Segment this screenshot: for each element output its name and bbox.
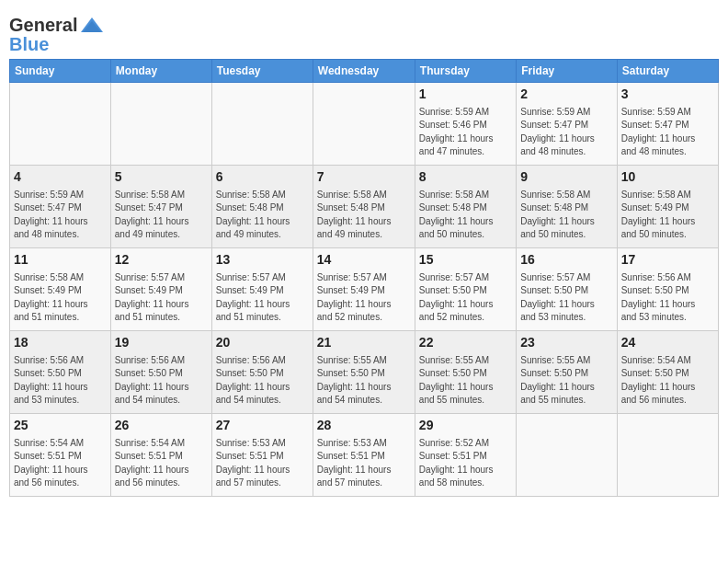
day-cell: 6Sunrise: 5:58 AM Sunset: 5:48 PM Daylig… — [211, 166, 313, 248]
day-info: Sunrise: 5:58 AM Sunset: 5:48 PM Dayligh… — [317, 189, 411, 242]
day-number: 26 — [115, 417, 208, 435]
day-cell: 27Sunrise: 5:53 AM Sunset: 5:51 PM Dayli… — [211, 414, 313, 497]
day-info: Sunrise: 5:55 AM Sunset: 5:50 PM Dayligh… — [520, 354, 612, 408]
day-number: 4 — [14, 168, 107, 187]
day-cell: 20Sunrise: 5:56 AM Sunset: 5:50 PM Dayli… — [211, 331, 313, 414]
day-cell: 8Sunrise: 5:58 AM Sunset: 5:48 PM Daylig… — [415, 166, 516, 248]
day-cell: 24Sunrise: 5:54 AM Sunset: 5:50 PM Dayli… — [617, 331, 718, 414]
header: General Blue — [9, 9, 719, 55]
day-info: Sunrise: 5:59 AM Sunset: 5:46 PM Dayligh… — [419, 106, 512, 159]
day-header-monday: Monday — [110, 60, 211, 83]
day-info: Sunrise: 5:59 AM Sunset: 5:47 PM Dayligh… — [520, 106, 612, 159]
day-cell: 19Sunrise: 5:56 AM Sunset: 5:50 PM Dayli… — [110, 331, 211, 414]
day-cell — [517, 414, 617, 497]
day-number: 12 — [115, 251, 208, 270]
day-number: 14 — [317, 251, 411, 270]
day-cell: 14Sunrise: 5:57 AM Sunset: 5:49 PM Dayli… — [313, 248, 415, 331]
day-info: Sunrise: 5:59 AM Sunset: 5:47 PM Dayligh… — [14, 189, 107, 242]
day-cell: 9Sunrise: 5:58 AM Sunset: 5:48 PM Daylig… — [517, 166, 617, 248]
day-cell: 29Sunrise: 5:52 AM Sunset: 5:51 PM Dayli… — [415, 414, 516, 497]
day-info: Sunrise: 5:58 AM Sunset: 5:48 PM Dayligh… — [419, 189, 512, 242]
day-cell: 25Sunrise: 5:54 AM Sunset: 5:51 PM Dayli… — [10, 414, 111, 497]
day-number: 24 — [621, 334, 714, 352]
day-cell: 10Sunrise: 5:58 AM Sunset: 5:49 PM Dayli… — [617, 166, 718, 248]
day-number: 6 — [216, 168, 309, 187]
day-cell: 28Sunrise: 5:53 AM Sunset: 5:51 PM Dayli… — [313, 414, 415, 497]
day-number: 17 — [621, 251, 714, 270]
day-info: Sunrise: 5:54 AM Sunset: 5:51 PM Dayligh… — [14, 437, 107, 490]
day-cell: 7Sunrise: 5:58 AM Sunset: 5:48 PM Daylig… — [313, 166, 415, 248]
day-cell — [617, 414, 718, 497]
day-cell — [313, 83, 415, 166]
day-info: Sunrise: 5:58 AM Sunset: 5:48 PM Dayligh… — [216, 189, 309, 242]
day-number: 22 — [419, 334, 512, 352]
day-number: 3 — [621, 86, 714, 104]
day-cell: 22Sunrise: 5:55 AM Sunset: 5:50 PM Dayli… — [415, 331, 516, 414]
day-number: 11 — [14, 251, 107, 270]
day-header-sunday: Sunday — [10, 60, 111, 83]
day-info: Sunrise: 5:53 AM Sunset: 5:51 PM Dayligh… — [216, 437, 309, 490]
day-info: Sunrise: 5:58 AM Sunset: 5:49 PM Dayligh… — [14, 271, 107, 325]
day-cell: 26Sunrise: 5:54 AM Sunset: 5:51 PM Dayli… — [110, 414, 211, 497]
day-cell — [211, 83, 313, 166]
day-info: Sunrise: 5:56 AM Sunset: 5:50 PM Dayligh… — [216, 354, 309, 408]
day-number: 9 — [520, 168, 612, 187]
day-info: Sunrise: 5:54 AM Sunset: 5:51 PM Dayligh… — [115, 437, 208, 490]
day-info: Sunrise: 5:57 AM Sunset: 5:49 PM Dayligh… — [317, 271, 411, 325]
week-row-3: 11Sunrise: 5:58 AM Sunset: 5:49 PM Dayli… — [10, 248, 719, 331]
day-number: 25 — [14, 417, 107, 435]
day-number: 23 — [520, 334, 612, 352]
day-cell: 15Sunrise: 5:57 AM Sunset: 5:50 PM Dayli… — [415, 248, 516, 331]
logo: General Blue — [9, 9, 105, 55]
day-number: 19 — [115, 334, 208, 352]
day-info: Sunrise: 5:58 AM Sunset: 5:49 PM Dayligh… — [621, 189, 714, 242]
day-cell — [10, 83, 111, 166]
day-cell: 1Sunrise: 5:59 AM Sunset: 5:46 PM Daylig… — [415, 83, 516, 166]
day-number: 10 — [621, 168, 714, 187]
logo-icon — [79, 16, 105, 36]
day-header-saturday: Saturday — [617, 60, 718, 83]
day-header-wednesday: Wednesday — [313, 60, 415, 83]
week-row-4: 18Sunrise: 5:56 AM Sunset: 5:50 PM Dayli… — [10, 331, 719, 414]
day-cell: 3Sunrise: 5:59 AM Sunset: 5:47 PM Daylig… — [617, 83, 718, 166]
day-cell: 21Sunrise: 5:55 AM Sunset: 5:50 PM Dayli… — [313, 331, 415, 414]
day-number: 29 — [419, 417, 512, 435]
day-cell: 4Sunrise: 5:59 AM Sunset: 5:47 PM Daylig… — [10, 166, 111, 248]
week-row-5: 25Sunrise: 5:54 AM Sunset: 5:51 PM Dayli… — [10, 414, 719, 497]
logo-blue: Blue — [9, 34, 49, 55]
day-cell: 12Sunrise: 5:57 AM Sunset: 5:49 PM Dayli… — [110, 248, 211, 331]
day-header-friday: Friday — [517, 60, 617, 83]
day-info: Sunrise: 5:56 AM Sunset: 5:50 PM Dayligh… — [14, 354, 107, 408]
day-info: Sunrise: 5:52 AM Sunset: 5:51 PM Dayligh… — [419, 437, 512, 490]
day-number: 28 — [317, 417, 411, 435]
day-cell — [110, 83, 211, 166]
days-header-row: SundayMondayTuesdayWednesdayThursdayFrid… — [10, 60, 719, 83]
day-info: Sunrise: 5:57 AM Sunset: 5:49 PM Dayligh… — [115, 271, 208, 325]
day-info: Sunrise: 5:59 AM Sunset: 5:47 PM Dayligh… — [621, 106, 714, 159]
week-row-2: 4Sunrise: 5:59 AM Sunset: 5:47 PM Daylig… — [10, 166, 719, 248]
day-cell: 5Sunrise: 5:58 AM Sunset: 5:47 PM Daylig… — [110, 166, 211, 248]
day-number: 8 — [419, 168, 512, 187]
day-info: Sunrise: 5:53 AM Sunset: 5:51 PM Dayligh… — [317, 437, 411, 490]
day-number: 1 — [419, 86, 512, 104]
day-info: Sunrise: 5:58 AM Sunset: 5:47 PM Dayligh… — [115, 189, 208, 242]
day-cell: 16Sunrise: 5:57 AM Sunset: 5:50 PM Dayli… — [517, 248, 617, 331]
day-number: 21 — [317, 334, 411, 352]
week-row-1: 1Sunrise: 5:59 AM Sunset: 5:46 PM Daylig… — [10, 83, 719, 166]
day-number: 18 — [14, 334, 107, 352]
day-info: Sunrise: 5:54 AM Sunset: 5:50 PM Dayligh… — [621, 354, 714, 408]
day-number: 13 — [216, 251, 309, 270]
day-info: Sunrise: 5:55 AM Sunset: 5:50 PM Dayligh… — [419, 354, 512, 408]
day-info: Sunrise: 5:55 AM Sunset: 5:50 PM Dayligh… — [317, 354, 411, 408]
day-info: Sunrise: 5:57 AM Sunset: 5:50 PM Dayligh… — [419, 271, 512, 325]
day-cell: 11Sunrise: 5:58 AM Sunset: 5:49 PM Dayli… — [10, 248, 111, 331]
day-number: 7 — [317, 168, 411, 187]
day-cell: 23Sunrise: 5:55 AM Sunset: 5:50 PM Dayli… — [517, 331, 617, 414]
day-header-thursday: Thursday — [415, 60, 516, 83]
day-number: 20 — [216, 334, 309, 352]
day-info: Sunrise: 5:57 AM Sunset: 5:50 PM Dayligh… — [520, 271, 612, 325]
day-info: Sunrise: 5:58 AM Sunset: 5:48 PM Dayligh… — [520, 189, 612, 242]
day-info: Sunrise: 5:56 AM Sunset: 5:50 PM Dayligh… — [115, 354, 208, 408]
day-number: 16 — [520, 251, 612, 270]
day-number: 2 — [520, 86, 612, 104]
